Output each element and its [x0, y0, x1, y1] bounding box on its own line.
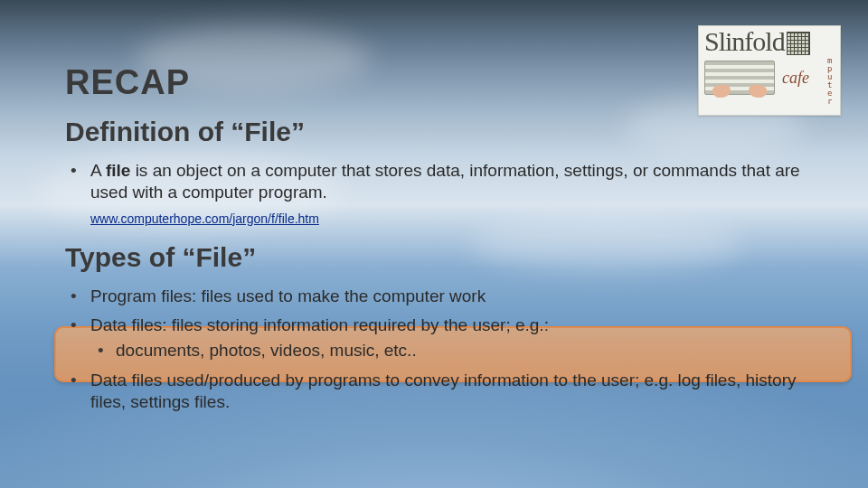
logo-vertical-text: mputer: [827, 57, 833, 106]
definition-text-pre: A: [90, 161, 106, 180]
types-bullet-convey: Data files used/produced by programs to …: [65, 370, 814, 414]
section-heading-definition: Definition of “File”: [65, 117, 814, 147]
types-sub-bullet: documents, photos, videos, music, etc..: [90, 340, 814, 361]
types-bullet-data: Data files: files storing information re…: [65, 314, 814, 362]
recap-heading: RECAP: [65, 63, 814, 102]
types-bullet-data-text: Data files: files storing information re…: [90, 315, 549, 334]
types-bullet-program: Program files: files used to make the co…: [65, 286, 814, 307]
definition-bullet: A file is an object on a computer that s…: [65, 160, 814, 204]
source-link[interactable]: www.computerhope.com/jargon/f/file.htm: [90, 211, 814, 226]
definition-text-bold: file: [106, 161, 130, 180]
chip-icon: [787, 32, 810, 55]
section-heading-types: Types of “File”: [65, 242, 814, 273]
definition-text-post: is an object on a computer that stores d…: [90, 161, 800, 202]
logo-brand-text: Slinfold: [704, 30, 785, 53]
slide: Slinfold mputer cafe RECAP Definition of…: [0, 0, 868, 488]
